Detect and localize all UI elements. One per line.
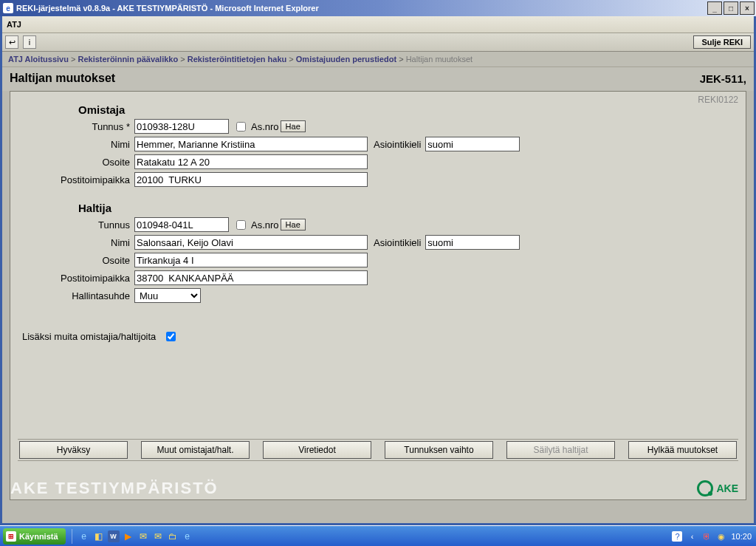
start-button[interactable]: ⊞ Käynnistä (3, 528, 66, 545)
window-titlebar: e REKI-järjestelmä v0.8.9a - AKE TESTIYM… (0, 0, 756, 16)
word-icon[interactable]: W (108, 530, 120, 542)
ie-icon: e (3, 3, 13, 13)
window-minimize-button[interactable]: _ (707, 1, 722, 15)
ie-quicklaunch-icon[interactable]: e (78, 530, 90, 542)
media-icon[interactable]: ▶ (123, 530, 134, 542)
ie-icon-2[interactable]: e (182, 530, 193, 542)
mail-icon[interactable]: ✉ (137, 530, 149, 542)
quicklaunch: e ◧ W ▶ ✉ ✉ 🗀 e (75, 530, 196, 542)
tray-help-icon[interactable]: ? (672, 531, 682, 542)
window-close-button[interactable]: × (740, 1, 755, 15)
window-title: REKI-järjestelmä v0.8.9a - AKE TESTIYMPÄ… (16, 4, 319, 13)
system-tray: ? ‹ ⛨ ◉ 10:20 (672, 531, 756, 542)
explorer-icon[interactable]: 🗀 (167, 530, 179, 542)
mail2-icon[interactable]: ✉ (152, 530, 164, 542)
windows-flag-icon: ⊞ (6, 531, 16, 542)
clock: 10:20 (731, 532, 752, 541)
tray-arrow-icon[interactable]: ‹ (687, 531, 697, 542)
window-restore-button[interactable]: □ (724, 1, 738, 15)
windows-taskbar: ⊞ Käynnistä e ◧ W ▶ ✉ ✉ 🗀 e ? ‹ ⛨ ◉ 10:2… (0, 525, 756, 546)
desktop-icon[interactable]: ◧ (93, 530, 105, 542)
tray-shield-icon[interactable]: ⛨ (701, 531, 712, 542)
tray-network-icon[interactable]: ◉ (716, 531, 726, 542)
